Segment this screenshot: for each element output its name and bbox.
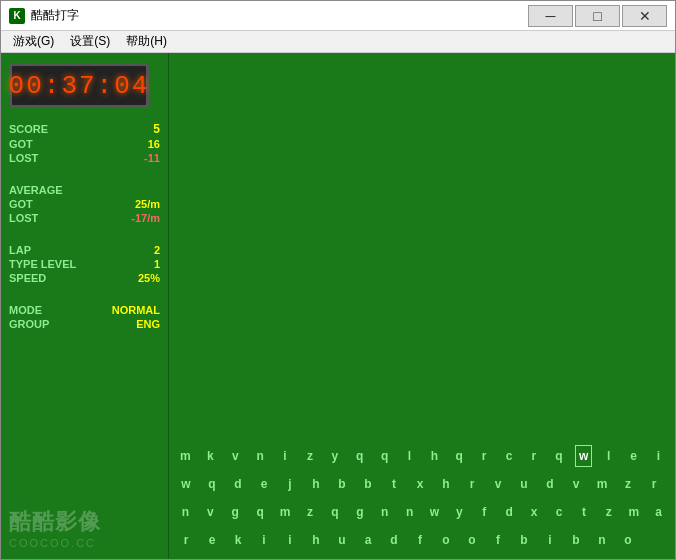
letter-row: nvgqmzqgnnwyfdxctzma [177, 499, 667, 525]
letter-cell: e [625, 445, 642, 467]
letter-cell: b [359, 473, 377, 495]
letter-cell: n [177, 501, 194, 523]
avg-lost-label: LOST [9, 212, 38, 224]
score-label: SCORE [9, 123, 48, 135]
letter-cell: w [575, 445, 592, 467]
letter-cell: b [515, 529, 533, 551]
letter-cell: o [437, 529, 455, 551]
letter-cell: n [376, 501, 393, 523]
type-level-label: TYPE LEVEL [9, 258, 76, 270]
letters-zone: mkvnizyqqlhqrcrqwleiwqdejhbbtxhrvudvmzrn… [169, 439, 675, 559]
letter-cell: f [411, 529, 429, 551]
letter-cell: q [252, 501, 269, 523]
letter-cell: t [385, 473, 403, 495]
letter-cell: h [307, 473, 325, 495]
performance-section: LAP 2 TYPE LEVEL 1 SPEED 25% [9, 244, 160, 286]
watermark: 酷酷影像 COOCOO.CC [9, 499, 160, 549]
main-window: K 酷酷打字 ─ □ ✕ 游戏(G) 设置(S) 帮助(H) 00:37:04 … [0, 0, 676, 560]
mode-section: MODE NORMAL GROUP ENG [9, 304, 160, 332]
letter-cell: l [401, 445, 418, 467]
letter-cell: m [277, 501, 294, 523]
lap-label: LAP [9, 244, 31, 256]
average-section: AVERAGE GOT 25/m LOST -17/m [9, 184, 160, 226]
letter-cell: x [526, 501, 543, 523]
mode-label: MODE [9, 304, 42, 316]
letter-row: wqdejhbbtxhrvudvmzr [177, 471, 667, 497]
letter-cell: i [281, 529, 299, 551]
sidebar: 00:37:04 SCORE 5 GOT 16 LOST -11 [1, 53, 169, 559]
letter-cell: d [501, 501, 518, 523]
lost-row: LOST -11 [9, 152, 160, 164]
letter-cell: m [177, 445, 194, 467]
letter-cell: k [202, 445, 219, 467]
letter-cell: i [277, 445, 294, 467]
letter-cell: c [551, 501, 568, 523]
group-value: ENG [136, 318, 160, 330]
letter-cell: r [177, 529, 195, 551]
type-level-row: TYPE LEVEL 1 [9, 258, 160, 270]
game-area[interactable]: mkvnizyqqlhqrcrqwleiwqdejhbbtxhrvudvmzrn… [169, 53, 675, 559]
letter-cell: a [650, 501, 667, 523]
lap-value: 2 [154, 244, 160, 256]
lost-value: -11 [144, 152, 160, 164]
letter-cell: z [301, 445, 318, 467]
letter-cell: e [203, 529, 221, 551]
letter-cell: d [385, 529, 403, 551]
letter-cell: u [333, 529, 351, 551]
menu-help[interactable]: 帮助(H) [118, 31, 175, 52]
timer-display: 00:37:04 [9, 63, 149, 108]
letter-cell: h [437, 473, 455, 495]
letter-cell: m [593, 473, 611, 495]
letter-cell: o [463, 529, 481, 551]
letter-cell: e [255, 473, 273, 495]
speed-value: 25% [138, 272, 160, 284]
letter-cell: t [576, 501, 593, 523]
main-content: 00:37:04 SCORE 5 GOT 16 LOST -11 [1, 53, 675, 559]
lost-label: LOST [9, 152, 38, 164]
got-row: GOT 16 [9, 138, 160, 150]
window-controls: ─ □ ✕ [528, 5, 667, 27]
got-label: GOT [9, 138, 33, 150]
avg-got-row: GOT 25/m [9, 198, 160, 210]
mode-row: MODE NORMAL [9, 304, 160, 316]
avg-got-label: GOT [9, 198, 33, 210]
title-bar: K 酷酷打字 ─ □ ✕ [1, 1, 675, 31]
speed-row: SPEED 25% [9, 272, 160, 284]
letter-row: mkvnizyqqlhqrcrqwlei [177, 443, 667, 469]
letter-cell: z [600, 501, 617, 523]
score-row: SCORE 5 [9, 122, 160, 136]
letter-cell: g [227, 501, 244, 523]
letter-cell: i [650, 445, 667, 467]
letter-cell: q [326, 501, 343, 523]
letter-cell: n [401, 501, 418, 523]
letter-cell: m [625, 501, 642, 523]
watermark-sub: COOCOO.CC [9, 537, 160, 549]
close-button[interactable]: ✕ [622, 5, 667, 27]
minimize-button[interactable]: ─ [528, 5, 573, 27]
letter-cell: n [593, 529, 611, 551]
menu-bar: 游戏(G) 设置(S) 帮助(H) [1, 31, 675, 53]
mode-value: NORMAL [112, 304, 160, 316]
letter-cell: r [645, 473, 663, 495]
letter-cell: q [451, 445, 468, 467]
watermark-main: 酷酷影像 [9, 507, 160, 537]
letter-cell: o [619, 529, 637, 551]
avg-lost-value: -17/m [131, 212, 160, 224]
letter-cell: l [600, 445, 617, 467]
letter-cell: f [489, 529, 507, 551]
group-row: GROUP ENG [9, 318, 160, 330]
group-label: GROUP [9, 318, 49, 330]
letter-cell: v [227, 445, 244, 467]
letter-cell: z [302, 501, 319, 523]
avg-got-value: 25/m [135, 198, 160, 210]
letter-cell: j [281, 473, 299, 495]
maximize-button[interactable]: □ [575, 5, 620, 27]
letter-cell: r [476, 445, 493, 467]
menu-game[interactable]: 游戏(G) [5, 31, 62, 52]
letter-cell: i [255, 529, 273, 551]
got-value: 16 [148, 138, 160, 150]
letter-cell: v [567, 473, 585, 495]
avg-header-row: AVERAGE [9, 184, 160, 196]
menu-settings[interactable]: 设置(S) [62, 31, 118, 52]
letter-cell: g [351, 501, 368, 523]
